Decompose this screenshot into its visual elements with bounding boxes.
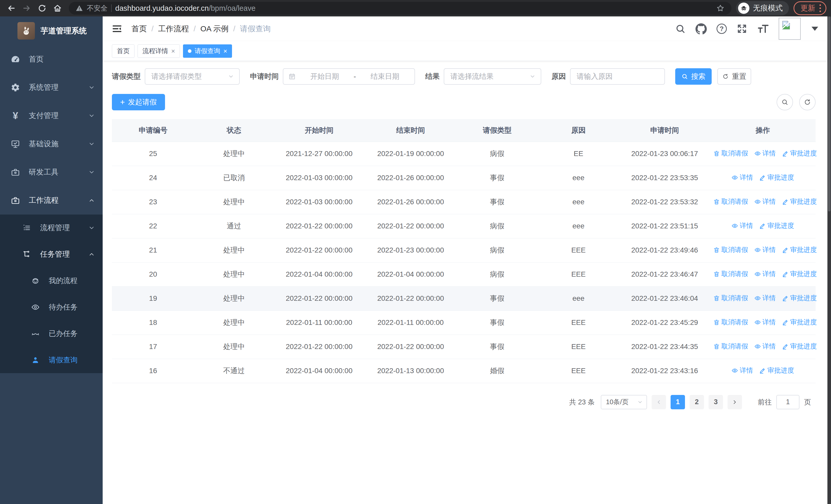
browser-menu-icon[interactable] — [820, 4, 821, 12]
cancel-action-link[interactable]: 取消请假 — [713, 269, 748, 278]
action-label: 审批进度 — [767, 173, 794, 182]
cancel-action-link[interactable]: 取消请假 — [713, 342, 748, 351]
detail-action-link[interactable]: 详情 — [732, 173, 753, 182]
cancel-action-link[interactable]: 取消请假 — [713, 149, 748, 158]
search-button[interactable]: 搜索 — [675, 68, 712, 85]
sidebar-item-system[interactable]: 系统管理 — [0, 73, 103, 101]
progress-action-link[interactable]: 审批进度 — [782, 197, 817, 206]
pen-icon — [782, 150, 789, 157]
page-unit-label: 页 — [804, 397, 811, 407]
detail-action-link[interactable]: 详情 — [732, 221, 753, 230]
cell-start: 2022-01-22 00:00:00 — [274, 335, 365, 359]
sidebar-item-payment[interactable]: ¥ 支付管理 — [0, 101, 103, 130]
pen-icon — [782, 295, 789, 301]
detail-action-link[interactable]: 详情 — [754, 149, 776, 158]
sidebar-collapse-button[interactable] — [112, 24, 122, 34]
progress-action-link[interactable]: 审批进度 — [782, 245, 817, 254]
end-date-placeholder: 结束日期 — [361, 71, 409, 81]
list-icon — [22, 223, 32, 233]
avatar[interactable] — [779, 18, 801, 40]
next-page-button[interactable] — [727, 395, 742, 409]
sidebar-item-home[interactable]: 首页 — [0, 45, 103, 73]
chevron-down-icon — [88, 84, 95, 91]
sidebar-item-leave-query[interactable]: 请假查询 — [0, 347, 103, 373]
monitor-icon — [10, 139, 21, 149]
question-glyph: ? — [720, 25, 724, 33]
scrollbar-thumb[interactable] — [828, 17, 830, 211]
detail-action-link[interactable]: 详情 — [754, 342, 776, 351]
detail-action-link[interactable]: 详情 — [732, 366, 753, 375]
sidebar-item-task-mgmt[interactable]: 任务管理 — [0, 241, 103, 267]
browser-forward-button[interactable] — [20, 2, 33, 15]
create-leave-button[interactable]: + 发起请假 — [112, 94, 165, 110]
detail-action-link[interactable]: 详情 — [754, 269, 776, 278]
page-button-3[interactable]: 3 — [709, 395, 723, 409]
progress-action-link[interactable]: 审批进度 — [782, 294, 817, 302]
header-search-icon[interactable] — [675, 23, 686, 34]
browser-reload-button[interactable] — [35, 2, 49, 15]
help-icon[interactable]: ? — [717, 24, 727, 34]
sidebar-item-infra[interactable]: 基础设施 — [0, 130, 103, 158]
column-header: 操作 — [710, 119, 815, 142]
tab-process-detail[interactable]: 流程详情 × — [138, 45, 180, 58]
cancel-action-link[interactable]: 取消请假 — [713, 318, 748, 327]
progress-action-link[interactable]: 审批进度 — [759, 221, 794, 230]
apply-time-range-picker[interactable]: 开始日期 - 结束日期 — [283, 68, 415, 85]
table-row: 24已取消2022-01-03 00:00:002022-01-26 00:00… — [112, 166, 815, 190]
browser-update-button[interactable]: 更新 — [794, 1, 826, 15]
tab-leave-query[interactable]: 请假查询 × — [183, 45, 232, 58]
incognito-badge: 无痕模式 — [736, 1, 789, 16]
fullscreen-icon[interactable] — [737, 23, 747, 34]
cell-end: 2022-01-13 00:00:00 — [365, 359, 457, 383]
page-scrollbar[interactable] — [827, 17, 831, 504]
detail-action-link[interactable]: 详情 — [754, 197, 776, 206]
sidebar-item-done-tasks[interactable]: 已办任务 — [0, 320, 103, 347]
page-size-select[interactable]: 10条/页 — [601, 395, 647, 409]
progress-action-link[interactable]: 审批进度 — [782, 269, 817, 278]
table-refresh-button[interactable] — [799, 94, 815, 110]
close-icon[interactable]: × — [223, 48, 227, 54]
cancel-action-link[interactable]: 取消请假 — [713, 245, 748, 254]
detail-action-link[interactable]: 详情 — [754, 294, 776, 302]
reset-button[interactable]: 重置 — [717, 68, 751, 85]
breadcrumb-item[interactable]: 工作流程 — [158, 24, 189, 34]
sidebar-item-process-mgmt[interactable]: 流程管理 — [0, 214, 103, 241]
user-menu-caret-icon[interactable] — [811, 27, 818, 31]
cancel-action-link[interactable]: 取消请假 — [713, 294, 748, 302]
app-title: 芋道管理系统 — [40, 26, 87, 36]
leave-type-select[interactable]: 请选择请假类型 — [145, 68, 240, 85]
goto-page-input[interactable] — [776, 395, 799, 409]
page-button-2[interactable]: 2 — [690, 395, 704, 409]
prev-page-button[interactable] — [652, 395, 666, 409]
breadcrumb-item[interactable]: 首页 — [132, 24, 147, 34]
tab-home[interactable]: 首页 — [112, 45, 135, 58]
sidebar-item-devtools[interactable]: 研发工具 — [0, 158, 103, 186]
progress-action-link[interactable]: 审批进度 — [782, 149, 817, 158]
cancel-action-link[interactable]: 取消请假 — [713, 197, 748, 206]
font-size-icon[interactable] — [757, 23, 769, 34]
github-icon[interactable] — [695, 23, 707, 34]
sidebar-item-todo-tasks[interactable]: 待办任务 — [0, 294, 103, 320]
sidebar-item-workflow[interactable]: 工作流程 — [0, 186, 103, 214]
close-icon[interactable]: × — [171, 48, 175, 54]
sidebar-item-my-process[interactable]: 我的流程 — [0, 267, 103, 294]
progress-action-link[interactable]: 审批进度 — [759, 173, 794, 182]
progress-action-link[interactable]: 审批进度 — [782, 342, 817, 351]
result-select[interactable]: 请选择流结果 — [444, 68, 541, 85]
detail-action-link[interactable]: 详情 — [754, 245, 776, 254]
chevron-up-icon — [88, 197, 95, 204]
bookmark-star-icon[interactable] — [716, 4, 725, 12]
progress-action-link[interactable]: 审批进度 — [759, 366, 794, 375]
progress-action-link[interactable]: 审批进度 — [782, 318, 817, 327]
detail-action-link[interactable]: 详情 — [754, 318, 776, 327]
action-label: 审批进度 — [790, 269, 817, 278]
chevron-left-icon — [656, 399, 662, 405]
browser-back-button[interactable] — [5, 2, 18, 15]
reason-input[interactable] — [570, 68, 665, 85]
browser-home-button[interactable] — [51, 2, 64, 15]
breadcrumb-item[interactable]: OA 示例 — [200, 24, 229, 34]
page-button-1[interactable]: 1 — [670, 395, 685, 409]
tab-label: 首页 — [117, 47, 130, 55]
url-bar[interactable]: 不安全 dashboard.yudao.iocoder.cn/bpm/oa/le… — [69, 2, 732, 14]
table-search-toggle-button[interactable] — [777, 94, 793, 110]
